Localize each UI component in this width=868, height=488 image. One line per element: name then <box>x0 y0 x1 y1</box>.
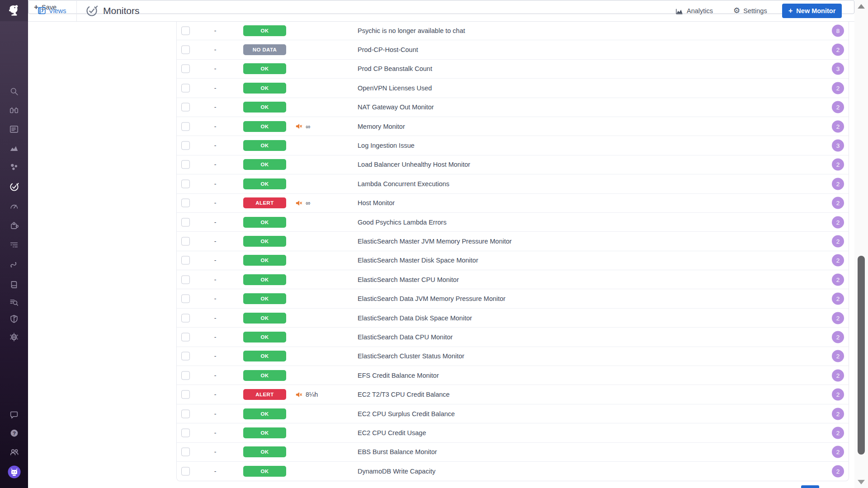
row-checkbox[interactable] <box>181 390 190 399</box>
group-count-badge[interactable]: 2 <box>832 427 844 439</box>
sidebar-item-search[interactable] <box>0 83 28 99</box>
monitor-name[interactable]: Host Monitor <box>358 199 395 206</box>
monitor-name[interactable]: ElasticSearch Data Disk Space Monitor <box>358 314 472 322</box>
settings-button[interactable]: ⚙ Settings <box>733 0 767 21</box>
sidebar-item-pipelines[interactable] <box>0 237 28 253</box>
status-badge[interactable]: OK <box>243 427 286 438</box>
status-badge[interactable]: OK <box>243 332 286 343</box>
table-row[interactable]: - OK OpenVPN Licenses Used 2 <box>177 79 849 98</box>
views-button[interactable]: Views <box>38 0 66 21</box>
table-row[interactable]: - OK Load Balancer Unhealthy Host Monito… <box>177 155 849 174</box>
status-badge[interactable]: OK <box>243 255 286 266</box>
scroll-down-arrow[interactable] <box>858 480 865 484</box>
row-checkbox[interactable] <box>181 409 190 418</box>
group-count-badge[interactable]: 2 <box>832 350 844 362</box>
status-badge[interactable]: OK <box>243 63 286 74</box>
sidebar-item-dashboards[interactable] <box>0 121 28 137</box>
monitor-name[interactable]: ElasticSearch Master CPU Monitor <box>358 276 459 283</box>
row-checkbox[interactable] <box>181 448 190 456</box>
group-count-badge[interactable]: 2 <box>832 159 844 171</box>
scroll-up-arrow[interactable] <box>858 4 865 9</box>
table-row[interactable]: - NO DATA Prod-CP-Host-Count 2 <box>177 40 849 59</box>
status-badge[interactable]: NO DATA <box>243 44 286 55</box>
row-checkbox[interactable] <box>181 428 190 437</box>
datadog-logo[interactable] <box>0 0 28 21</box>
monitor-name[interactable]: Prod CP Beanstalk Count <box>358 65 432 72</box>
group-count-badge[interactable]: 2 <box>832 235 844 247</box>
row-checkbox[interactable] <box>181 295 190 303</box>
group-count-badge[interactable]: 2 <box>832 408 844 420</box>
group-count-badge[interactable]: 2 <box>832 120 844 132</box>
sidebar-item-notebook[interactable] <box>0 277 28 293</box>
status-badge[interactable]: OK <box>243 159 286 170</box>
table-row[interactable]: - OK ElasticSearch Master JVM Memory Pre… <box>177 232 849 251</box>
status-badge[interactable]: OK <box>243 313 286 324</box>
row-checkbox[interactable] <box>181 141 190 150</box>
group-count-badge[interactable]: 2 <box>832 331 844 343</box>
monitor-name[interactable]: OpenVPN Licenses Used <box>358 84 432 92</box>
group-count-badge[interactable]: 8 <box>832 24 844 37</box>
monitor-name[interactable]: Log Ingestion Issue <box>358 142 415 149</box>
table-row[interactable]: - OK Log Ingestion Issue 3 <box>177 136 849 155</box>
row-checkbox[interactable] <box>181 46 190 54</box>
status-badge[interactable]: ALERT <box>243 389 286 400</box>
monitor-name[interactable]: Prod-CP-Host-Count <box>358 46 418 53</box>
status-badge[interactable]: ALERT <box>243 197 286 208</box>
status-badge[interactable]: OK <box>243 446 286 457</box>
group-count-badge[interactable]: 2 <box>832 178 844 190</box>
sidebar-item-chat[interactable] <box>0 407 28 423</box>
status-badge[interactable]: OK <box>243 466 286 477</box>
status-badge[interactable]: OK <box>243 217 286 228</box>
monitor-name[interactable]: ElasticSearch Data CPU Monitor <box>358 333 453 341</box>
monitor-name[interactable]: ElasticSearch Master Disk Space Monitor <box>358 257 478 264</box>
sidebar-item-security[interactable] <box>0 311 28 327</box>
table-row[interactable]: - OK Psychic is no longer available to c… <box>177 21 849 40</box>
row-checkbox[interactable] <box>181 314 190 322</box>
table-row[interactable]: - OK Good Psychics Lambda Errors 2 <box>177 213 849 232</box>
status-badge[interactable]: OK <box>243 408 286 419</box>
group-count-badge[interactable]: 2 <box>832 44 844 56</box>
page-scrollbar[interactable] <box>854 0 868 488</box>
table-row[interactable]: - OK EBS Burst Balance Monitor 2 <box>177 443 849 462</box>
sidebar-item-network[interactable] <box>0 329 28 345</box>
monitor-name[interactable]: Lambda Concurrent Executions <box>358 180 449 188</box>
group-count-badge[interactable]: 2 <box>832 197 844 209</box>
monitor-name[interactable]: Load Balancer Unhealthy Host Monitor <box>358 161 470 168</box>
row-checkbox[interactable] <box>181 160 190 169</box>
save-button[interactable]: + Save <box>28 0 854 14</box>
table-row[interactable]: - OK DynamoDB Write Capacity 2 <box>177 462 849 481</box>
sidebar-item-help[interactable]: ? <box>0 425 28 441</box>
group-count-badge[interactable]: 2 <box>832 312 844 324</box>
sidebar-item-monitors[interactable] <box>0 178 28 195</box>
group-count-badge[interactable]: 2 <box>832 446 844 458</box>
sidebar-item-users[interactable] <box>0 444 28 460</box>
row-checkbox[interactable] <box>181 275 190 284</box>
sidebar-item-apm[interactable] <box>0 159 28 175</box>
group-count-badge[interactable]: 3 <box>832 63 844 75</box>
sidebar-item-log-explorer[interactable] <box>0 294 28 310</box>
row-checkbox[interactable] <box>181 199 190 207</box>
analytics-button[interactable]: Analytics <box>675 0 713 21</box>
group-count-badge[interactable]: 2 <box>832 216 844 228</box>
monitor-name[interactable]: NAT Gateway Out Monitor <box>358 103 434 111</box>
status-badge[interactable]: OK <box>243 25 286 36</box>
row-checkbox[interactable] <box>181 84 190 92</box>
sidebar-item-gauge[interactable] <box>0 198 28 214</box>
table-row[interactable]: - OK ElasticSearch Data JVM Memory Press… <box>177 289 849 308</box>
row-checkbox[interactable] <box>181 179 190 188</box>
sidebar-item-watchdog[interactable] <box>0 102 28 118</box>
monitor-name[interactable]: EBS Burst Balance Monitor <box>358 448 437 455</box>
group-count-badge[interactable]: 2 <box>832 465 844 478</box>
monitor-name[interactable]: Memory Monitor <box>358 123 405 130</box>
monitor-name[interactable]: EFS Credit Balance Monitor <box>358 372 439 379</box>
monitor-name[interactable]: EC2 CPU Surplus Credit Balance <box>358 410 455 418</box>
status-badge[interactable]: OK <box>243 370 286 381</box>
new-monitor-button[interactable]: + New Monitor <box>782 4 842 18</box>
group-count-badge[interactable]: 2 <box>832 101 844 113</box>
table-row[interactable]: - ALERT 8¼h EC2 T2/T3 CPU Credit Balance… <box>177 385 849 404</box>
monitor-name[interactable]: DynamoDB Write Capacity <box>358 468 435 475</box>
table-row[interactable]: - OK Lambda Concurrent Executions 2 <box>177 174 849 193</box>
group-count-badge[interactable]: 2 <box>832 389 844 401</box>
row-checkbox[interactable] <box>181 352 190 361</box>
group-count-badge[interactable]: 2 <box>832 254 844 267</box>
